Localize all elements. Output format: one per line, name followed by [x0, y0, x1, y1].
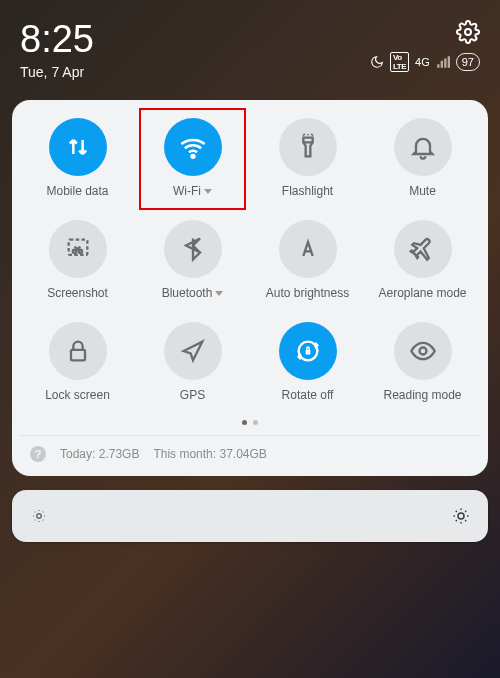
usage-today: Today: 2.73GB — [60, 447, 139, 461]
status-icons: VoLTE 4G 97 — [370, 52, 480, 72]
mute-label: Mute — [409, 184, 436, 198]
battery-level: 97 — [456, 53, 480, 71]
clock-date: Tue, 7 Apr — [20, 64, 94, 80]
auto-brightness-tile[interactable]: Auto brightness — [250, 220, 365, 300]
reading-mode-tile[interactable]: Reading mode — [365, 322, 480, 402]
reading-mode-label: Reading mode — [383, 388, 461, 402]
mute-tile[interactable]: Mute — [365, 118, 480, 198]
auto-brightness-label: Auto brightness — [266, 286, 349, 300]
chevron-down-icon — [215, 291, 223, 296]
brightness-high-icon — [452, 507, 470, 525]
screenshot-icon — [49, 220, 107, 278]
rotate-off-label: Rotate off — [282, 388, 334, 402]
settings-icon[interactable] — [456, 20, 480, 44]
quick-settings-grid: Mobile data Wi-Fi Flashlight Mute — [20, 118, 480, 402]
svg-point-0 — [465, 29, 471, 35]
wifi-icon — [164, 118, 222, 176]
mobile-data-tile[interactable]: Mobile data — [20, 118, 135, 198]
clock-time: 8:25 — [20, 20, 94, 58]
aeroplane-mode-tile[interactable]: Aeroplane mode — [365, 220, 480, 300]
bluetooth-tile[interactable]: Bluetooth — [135, 220, 250, 300]
airplane-icon — [394, 220, 452, 278]
rotate-off-tile[interactable]: Rotate off — [250, 322, 365, 402]
gps-tile[interactable]: GPS — [135, 322, 250, 402]
mobile-data-label: Mobile data — [46, 184, 108, 198]
page-dot-2 — [253, 420, 258, 425]
brightness-slider[interactable] — [12, 490, 488, 542]
status-bar: 8:25 Tue, 7 Apr VoLTE 4G 97 — [0, 0, 500, 92]
svg-point-10 — [458, 513, 464, 519]
flashlight-label: Flashlight — [282, 184, 333, 198]
quick-settings-panel: Mobile data Wi-Fi Flashlight Mute — [12, 100, 488, 476]
screenshot-tile[interactable]: Screenshot — [20, 220, 135, 300]
mobile-data-icon — [49, 118, 107, 176]
svg-rect-5 — [71, 350, 85, 361]
page-indicator — [20, 420, 480, 425]
status-right: VoLTE 4G 97 — [370, 20, 480, 72]
lock-icon — [49, 322, 107, 380]
screenshot-label: Screenshot — [47, 286, 108, 300]
brightness-low-icon — [30, 507, 48, 525]
chevron-down-icon — [204, 189, 212, 194]
svg-rect-7 — [305, 350, 310, 355]
status-left: 8:25 Tue, 7 Apr — [20, 20, 94, 80]
flashlight-icon — [279, 118, 337, 176]
svg-point-9 — [37, 514, 42, 519]
svg-point-8 — [419, 348, 426, 355]
dnd-moon-icon — [370, 55, 384, 69]
usage-month: This month: 37.04GB — [153, 447, 266, 461]
volte-icon: VoLTE — [390, 52, 409, 72]
data-usage-footer[interactable]: ? Today: 2.73GB This month: 37.04GB — [20, 435, 480, 466]
gps-label: GPS — [180, 388, 205, 402]
rotation-lock-icon — [279, 322, 337, 380]
network-gen: 4G — [415, 56, 430, 68]
signal-icon — [436, 55, 450, 69]
lock-screen-label: Lock screen — [45, 388, 110, 402]
aeroplane-mode-label: Aeroplane mode — [378, 286, 466, 300]
auto-brightness-icon — [279, 220, 337, 278]
flashlight-tile[interactable]: Flashlight — [250, 118, 365, 198]
wifi-tile[interactable]: Wi-Fi — [135, 118, 250, 198]
lock-screen-tile[interactable]: Lock screen — [20, 322, 135, 402]
location-arrow-icon — [164, 322, 222, 380]
info-icon: ? — [30, 446, 46, 462]
eye-icon — [394, 322, 452, 380]
bell-icon — [394, 118, 452, 176]
svg-point-1 — [191, 155, 194, 158]
wifi-label: Wi-Fi — [173, 184, 201, 198]
page-dot-1 — [242, 420, 247, 425]
bluetooth-label: Bluetooth — [162, 286, 213, 300]
bluetooth-icon — [164, 220, 222, 278]
